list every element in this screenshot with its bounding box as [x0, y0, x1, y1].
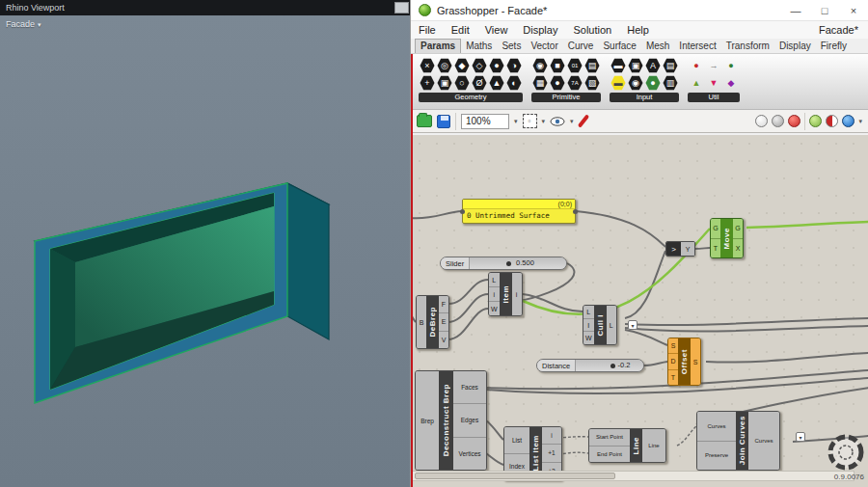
- slider-track[interactable]: 0.500: [470, 257, 566, 269]
- preview-settings-chevron-icon[interactable]: ▾: [858, 118, 862, 125]
- panel-output-nub[interactable]: [573, 209, 578, 214]
- component-icon[interactable]: ◎: [437, 58, 452, 73]
- component-icon[interactable]: ●: [489, 58, 504, 73]
- tab-sets[interactable]: Sets: [497, 40, 526, 53]
- offset-component[interactable]: S D T Offset S: [667, 338, 701, 386]
- component-icon[interactable]: ◐: [506, 75, 522, 91]
- component-icon[interactable]: ◆: [723, 75, 739, 91]
- tab-firefly[interactable]: Firefly: [816, 40, 852, 53]
- component-icon[interactable]: ▲: [489, 75, 504, 91]
- input-param[interactable]: G: [711, 219, 720, 239]
- maximize-button[interactable]: □: [810, 0, 839, 20]
- flask-icon[interactable]: ▼: [706, 75, 721, 91]
- item-component[interactable]: L i W Item i: [488, 272, 523, 316]
- rhino-titlebar[interactable]: Rhino Viewport: [0, 0, 410, 15]
- component-icon[interactable]: ●: [723, 58, 739, 73]
- tab-maths[interactable]: Maths: [461, 40, 497, 53]
- component-icon[interactable]: Ø: [472, 75, 487, 91]
- save-file-icon[interactable]: [437, 115, 450, 128]
- component-icon[interactable]: ▥: [663, 75, 678, 91]
- preview-custom-icon[interactable]: [788, 115, 800, 127]
- component-icon[interactable]: ▣: [628, 58, 643, 73]
- arrow-icon[interactable]: →: [706, 58, 721, 73]
- slider-track[interactable]: -0.2: [576, 360, 643, 371]
- component-icon[interactable]: ▧: [584, 75, 600, 91]
- cull-index-component[interactable]: L I W Cull i L: [583, 305, 617, 345]
- join-curves-component[interactable]: Curves Preserve Join Curves Curves: [696, 411, 780, 471]
- scrollbar-thumb[interactable]: [415, 473, 615, 479]
- component-icon[interactable]: 01: [567, 58, 583, 73]
- output-param[interactable]: S: [691, 338, 700, 385]
- tab-transform[interactable]: Transform: [721, 40, 774, 53]
- input-param[interactable]: W: [583, 332, 594, 344]
- input-param[interactable]: Brep: [416, 371, 439, 470]
- output-param[interactable]: Faces: [453, 371, 486, 404]
- deconstruct-brep-component[interactable]: Brep Deconstruct Brep Faces Edges Vertic…: [415, 370, 487, 471]
- rhino-scrollbar-stub[interactable]: [394, 2, 409, 14]
- component-icon[interactable]: ●: [550, 75, 565, 91]
- input-param[interactable]: List: [504, 427, 529, 454]
- slider-handle[interactable]: [506, 261, 511, 266]
- slider-handle[interactable]: [610, 364, 615, 368]
- component-icon[interactable]: ■: [550, 58, 565, 73]
- output-param[interactable]: +1: [542, 445, 561, 462]
- tab-mesh[interactable]: Mesh: [641, 40, 674, 53]
- output-param[interactable]: F: [439, 296, 448, 313]
- menu-view[interactable]: View: [477, 24, 516, 36]
- input-param[interactable]: T: [711, 239, 720, 258]
- component-icon[interactable]: ×: [420, 58, 435, 73]
- output-param[interactable]: V: [439, 332, 448, 348]
- component-icon[interactable]: ▤: [663, 58, 678, 73]
- palette-group-label[interactable]: Primitive: [531, 93, 601, 102]
- flatten-param-component[interactable]: > Y: [665, 241, 695, 257]
- document-preview-icon[interactable]: [842, 115, 854, 127]
- menu-edit[interactable]: Edit: [444, 24, 477, 36]
- input-param[interactable]: T: [668, 370, 678, 385]
- distance-slider[interactable]: Distance -0.2: [536, 359, 644, 372]
- zoom-level-select[interactable]: 100%: [461, 114, 509, 129]
- component-icon[interactable]: +: [420, 75, 435, 91]
- output-param[interactable]: Vertices: [453, 438, 486, 470]
- input-param[interactable]: W: [489, 302, 500, 315]
- component-icon[interactable]: ◇: [472, 58, 487, 73]
- panel-input-nub[interactable]: [460, 209, 465, 214]
- sketch-tool-icon[interactable]: [755, 115, 768, 127]
- flatten-tag-icon[interactable]: ▾: [628, 320, 637, 330]
- rhino-viewport[interactable]: Facade▾: [0, 15, 410, 487]
- zoom-chevron-icon[interactable]: ▾: [514, 118, 518, 125]
- component-label-bar[interactable]: Join Curves: [736, 412, 748, 470]
- tab-params[interactable]: Params: [415, 39, 461, 53]
- gh-titlebar[interactable]: Grasshopper - Facade* — □ ×: [411, 0, 868, 21]
- menu-display[interactable]: Display: [515, 24, 565, 36]
- input-param[interactable]: L: [489, 273, 500, 287]
- component-icon[interactable]: ○: [454, 75, 470, 91]
- palette-group-label[interactable]: Util: [688, 93, 740, 102]
- open-file-icon[interactable]: [417, 115, 432, 127]
- selection-mode-icon[interactable]: ▫: [523, 114, 537, 128]
- number-slider[interactable]: Slider 0.500: [440, 257, 567, 270]
- panel-component[interactable]: (0;0) 0 Untrimmed Surface: [462, 199, 576, 224]
- menu-solution[interactable]: Solution: [565, 24, 619, 36]
- component-label-bar[interactable]: Item: [500, 273, 512, 315]
- selection-chevron-icon[interactable]: ▾: [542, 118, 546, 125]
- palette-group-label[interactable]: Input: [610, 93, 679, 102]
- input-param[interactable]: S: [668, 338, 678, 354]
- component-icon[interactable]: ◑: [506, 58, 522, 73]
- component-label-bar[interactable]: DeBrep: [426, 296, 439, 348]
- output-param[interactable]: E: [439, 313, 448, 331]
- component-icon[interactable]: ▬: [610, 58, 626, 73]
- component-label-bar[interactable]: Deconstruct Brep: [439, 371, 453, 470]
- cherry-picker-icon[interactable]: ●: [689, 58, 704, 73]
- component-icon[interactable]: A: [645, 58, 661, 73]
- component-icon[interactable]: 7A: [567, 75, 583, 91]
- component-icon[interactable]: ◆: [454, 58, 470, 73]
- menu-help[interactable]: Help: [619, 24, 657, 36]
- preview-chevron-icon[interactable]: ▾: [570, 118, 574, 125]
- component-icon[interactable]: ◉: [628, 75, 643, 91]
- gh-canvas[interactable]: (0;0) 0 Untrimmed Surface Slider 0.500 B…: [411, 135, 868, 487]
- tab-intersect[interactable]: Intersect: [674, 40, 720, 53]
- graft-tag-icon[interactable]: ▾: [796, 432, 805, 442]
- selected-only-preview-icon[interactable]: [826, 115, 838, 127]
- preview-off-icon[interactable]: [772, 115, 784, 127]
- component-icon[interactable]: ▣: [437, 75, 452, 91]
